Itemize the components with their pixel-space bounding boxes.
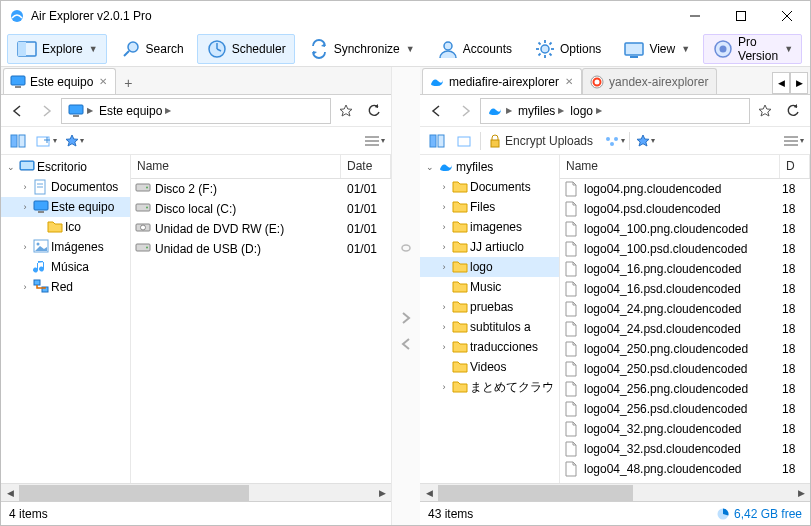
- left-list-header[interactable]: Name Date: [131, 155, 391, 179]
- options-button[interactable]: Options: [525, 34, 610, 64]
- right-list-header[interactable]: Name D: [560, 155, 810, 179]
- scroll-left-icon[interactable]: ◀: [420, 485, 438, 501]
- tree-item[interactable]: ⌄myfiles: [420, 157, 559, 177]
- list-item[interactable]: logo04_256.psd.cloudencoded18: [560, 399, 810, 419]
- list-item[interactable]: Disco local (C:)01/01: [131, 199, 391, 219]
- list-item[interactable]: Unidad de DVD RW (E:)01/01: [131, 219, 391, 239]
- list-item[interactable]: Disco 2 (F:)01/01: [131, 179, 391, 199]
- tree-item[interactable]: ⌄Escritorio: [1, 157, 130, 177]
- right-hscroll[interactable]: ◀ ▶: [420, 483, 810, 501]
- expand-icon[interactable]: ⌄: [424, 162, 436, 172]
- right-list[interactable]: logo04.png.cloudencoded18logo04.psd.clou…: [560, 179, 810, 483]
- expand-icon[interactable]: ›: [438, 262, 450, 272]
- close-tab-icon[interactable]: ✕: [99, 76, 107, 87]
- expand-icon[interactable]: ›: [19, 282, 31, 292]
- expand-icon[interactable]: ›: [438, 322, 450, 332]
- back-button[interactable]: [5, 98, 31, 124]
- tree-item[interactable]: Videos: [420, 357, 559, 377]
- link-panes-button[interactable]: [395, 237, 417, 259]
- col-date[interactable]: Date: [341, 155, 391, 178]
- view-mode-button[interactable]: ▾: [361, 129, 387, 153]
- tab-scroll-left[interactable]: ◀: [772, 72, 790, 94]
- list-item[interactable]: logo04_16.png.cloudencoded18: [560, 259, 810, 279]
- tab-scroll-right[interactable]: ▶: [790, 72, 808, 94]
- expand-icon[interactable]: ›: [438, 302, 450, 312]
- expand-icon[interactable]: ›: [438, 342, 450, 352]
- right-path[interactable]: ▶myfiles▶logo▶: [480, 98, 750, 124]
- tree-item[interactable]: ›Documents: [420, 177, 559, 197]
- scheduler-button[interactable]: Scheduler: [197, 34, 295, 64]
- favorite-button[interactable]: [333, 98, 359, 124]
- expand-icon[interactable]: ›: [438, 202, 450, 212]
- tree-item[interactable]: ›Files: [420, 197, 559, 217]
- tree-item[interactable]: ›subtitulos a: [420, 317, 559, 337]
- expand-icon[interactable]: ⌄: [5, 162, 17, 172]
- list-item[interactable]: logo04_48.png.cloudencoded18: [560, 459, 810, 479]
- list-item[interactable]: logo04.png.cloudencoded18: [560, 179, 810, 199]
- tree-item[interactable]: ›Imágenes: [1, 237, 130, 257]
- copy-right-button[interactable]: [395, 307, 417, 329]
- tree-item[interactable]: ›traducciones: [420, 337, 559, 357]
- list-item[interactable]: logo04_100.png.cloudencoded18: [560, 219, 810, 239]
- pane-layout-button[interactable]: [424, 129, 450, 153]
- sync-button[interactable]: Synchronize▼: [299, 34, 424, 64]
- list-item[interactable]: logo04_100.psd.cloudencoded18: [560, 239, 810, 259]
- accounts-button[interactable]: Accounts: [428, 34, 521, 64]
- path-segment[interactable]: ▶: [485, 103, 514, 119]
- close-tab-icon[interactable]: ✕: [565, 76, 573, 87]
- list-item[interactable]: logo04_16.psd.cloudencoded18: [560, 279, 810, 299]
- tree-item[interactable]: Music: [420, 277, 559, 297]
- view-mode-button[interactable]: ▾: [780, 129, 806, 153]
- col-name[interactable]: Name: [131, 155, 341, 178]
- refresh-button[interactable]: [361, 98, 387, 124]
- forward-button[interactable]: [452, 98, 478, 124]
- tree-item[interactable]: ›JJ artiuclo: [420, 237, 559, 257]
- pane-layout-button[interactable]: [5, 129, 31, 153]
- list-item[interactable]: logo04_32.psd.cloudencoded18: [560, 439, 810, 459]
- expand-icon[interactable]: ›: [438, 222, 450, 232]
- tree-item[interactable]: ›Documentos: [1, 177, 130, 197]
- path-segment[interactable]: logo▶: [568, 104, 604, 118]
- list-item[interactable]: logo04_32.png.cloudencoded18: [560, 419, 810, 439]
- list-item[interactable]: Unidad de USB (D:)01/01: [131, 239, 391, 259]
- explore-button[interactable]: Explore▼: [7, 34, 107, 64]
- right-tree[interactable]: ⌄myfiles›Documents›Files›imagenes›JJ art…: [420, 155, 560, 483]
- list-item[interactable]: logo04_24.png.cloudencoded18: [560, 299, 810, 319]
- pro-button[interactable]: Pro Version▼: [703, 34, 802, 64]
- encrypt-toggle[interactable]: Encrypt Uploads: [483, 134, 599, 148]
- expand-icon[interactable]: ›: [438, 182, 450, 192]
- tree-item[interactable]: ›imagenes: [420, 217, 559, 237]
- list-item[interactable]: logo04_250.png.cloudencoded18: [560, 339, 810, 359]
- favorites-button[interactable]: ▾: [632, 129, 658, 153]
- expand-icon[interactable]: ›: [19, 202, 31, 212]
- list-item[interactable]: logo04_256.png.cloudencoded18: [560, 379, 810, 399]
- encrypt-options-button[interactable]: ▾: [601, 129, 627, 153]
- close-button[interactable]: [764, 1, 810, 31]
- forward-button[interactable]: [33, 98, 59, 124]
- copy-left-button[interactable]: [395, 333, 417, 355]
- expand-icon[interactable]: ›: [438, 242, 450, 252]
- help-button[interactable]: ?▼: [806, 34, 811, 64]
- expand-icon[interactable]: ›: [438, 382, 450, 392]
- tree-item[interactable]: Música: [1, 257, 130, 277]
- expand-icon[interactable]: ›: [19, 242, 31, 252]
- view-button[interactable]: View▼: [614, 34, 699, 64]
- scroll-left-icon[interactable]: ◀: [1, 485, 19, 501]
- left-list[interactable]: Disco 2 (F:)01/01Disco local (C:)01/01Un…: [131, 179, 391, 483]
- favorite-button[interactable]: [752, 98, 778, 124]
- path-segment[interactable]: ▶: [66, 103, 95, 119]
- scroll-right-icon[interactable]: ▶: [792, 485, 810, 501]
- add-tab-button[interactable]: +: [116, 72, 140, 94]
- left-path[interactable]: ▶Este equipo▶: [61, 98, 331, 124]
- tab-Este-equipo[interactable]: Este equipo✕: [3, 68, 116, 94]
- left-hscroll[interactable]: ◀ ▶: [1, 483, 391, 501]
- tree-item[interactable]: ›pruebas: [420, 297, 559, 317]
- new-folder-button[interactable]: [452, 129, 478, 153]
- minimize-button[interactable]: [672, 1, 718, 31]
- new-folder-button[interactable]: ▾: [33, 129, 59, 153]
- tree-item[interactable]: ›Este equipo: [1, 197, 130, 217]
- col-date[interactable]: D: [780, 155, 810, 178]
- tab-yandex-airexplorer[interactable]: yandex-airexplorer: [582, 68, 717, 94]
- back-button[interactable]: [424, 98, 450, 124]
- tree-item[interactable]: ›logo: [420, 257, 559, 277]
